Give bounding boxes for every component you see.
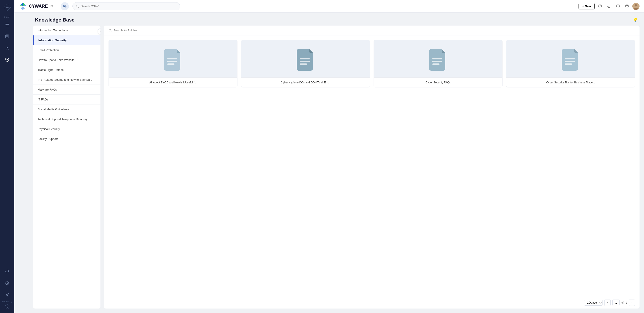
nav-item-facility[interactable]: Facility Support: [33, 134, 100, 144]
brand-name: CYWARE: [29, 4, 48, 9]
sidebar-settings-icon[interactable]: [2, 290, 12, 300]
article-card-cyber-hygiene[interactable]: Cyber Hygiene DOs and DON'Ts all Em...: [241, 40, 370, 88]
sidebar-notes-icon[interactable]: [2, 31, 12, 42]
article-card-cyber-tips[interactable]: Cyber Security Tips for Business Trave..…: [506, 40, 635, 88]
article-label: Cyber Security FAQs: [374, 77, 502, 87]
team-button[interactable]: [61, 2, 69, 10]
svg-line-36: [111, 31, 112, 32]
svg-point-21: [64, 5, 65, 6]
svg-rect-43: [432, 58, 442, 60]
new-button[interactable]: + New: [578, 3, 595, 10]
total-pages: 1: [626, 301, 627, 304]
svg-rect-46: [565, 58, 575, 60]
global-search[interactable]: [72, 2, 180, 10]
svg-point-33: [635, 4, 637, 6]
powered-by-label: Powered By: [2, 301, 12, 303]
articles-search-input[interactable]: [114, 29, 635, 32]
svg-rect-41: [300, 61, 310, 62]
article-icon-area: [374, 40, 502, 77]
info-icon-btn[interactable]: [614, 3, 622, 10]
nav-item-fake-website[interactable]: How to Spot a Fake Website: [33, 55, 100, 65]
doc-icon: [297, 49, 314, 71]
pagination-bar: 10/page ‹ 1 of 1 ›: [104, 297, 640, 308]
sidebar: CSAP CSAP ☰ Powered By CW: [0, 0, 14, 313]
sidebar-menu-icon[interactable]: ☰: [2, 19, 12, 30]
svg-point-31: [627, 7, 627, 7]
doc-icon: [429, 49, 447, 71]
nav-item-tech-support[interactable]: Technical Support Telephone Directory: [33, 114, 100, 124]
articles-search-icon: [108, 29, 112, 32]
topnav: CYWARETM + New: [14, 0, 644, 12]
page-title: Knowledge Base: [35, 17, 74, 23]
svg-marker-20: [21, 6, 25, 10]
nav-item-info-sec[interactable]: Information Security: [33, 36, 100, 45]
svg-rect-45: [432, 64, 440, 65]
csap-logo-icon: CSAP: [3, 3, 11, 11]
nav-item-info-tech[interactable]: Information Technology: [33, 26, 100, 36]
nav-item-physical-sec[interactable]: Physical Security: [33, 124, 100, 134]
article-icon-area: [506, 40, 635, 77]
new-icon: +: [582, 4, 584, 8]
svg-text:CW: CW: [6, 306, 8, 308]
sidebar-shield-icon[interactable]: [2, 54, 12, 65]
svg-rect-42: [300, 64, 307, 65]
page-header: Knowledge Base 💡: [29, 12, 644, 26]
svg-line-24: [78, 7, 79, 8]
svg-rect-48: [565, 64, 572, 65]
svg-rect-39: [167, 64, 174, 65]
bulb-icon: 💡: [633, 18, 638, 22]
nav-item-social-media[interactable]: Social Media Guidelines: [33, 104, 100, 114]
search-icon: [76, 5, 79, 8]
sidebar-app-label: CSAP: [4, 14, 10, 19]
articles-search-bar[interactable]: [104, 26, 640, 36]
refresh-icon-btn[interactable]: [596, 3, 604, 10]
svg-marker-7: [8, 271, 9, 272]
sidebar-clock-icon[interactable]: [2, 278, 12, 288]
moon-icon-btn[interactable]: [606, 3, 612, 10]
svg-text:CSAP: CSAP: [5, 6, 10, 8]
right-articles-panel: All About BYOD and How is it Useful f...: [104, 26, 640, 308]
article-label: All About BYOD and How is it Useful f...: [109, 77, 237, 87]
article-label: Cyber Hygiene DOs and DON'Ts all Em...: [241, 77, 370, 87]
cyware-logo-icon: [19, 2, 27, 10]
help-icon-btn[interactable]: [623, 3, 630, 10]
left-nav-panel: « Information Technology Information Sec…: [33, 26, 100, 308]
svg-rect-47: [565, 61, 575, 62]
article-label: Cyber Security Tips for Business Trave..…: [506, 77, 635, 87]
doc-icon: [164, 49, 182, 71]
nav-item-malware[interactable]: Malware FAQs: [33, 85, 100, 94]
svg-rect-38: [167, 61, 177, 62]
nav-item-it-faqs[interactable]: IT FAQs: [33, 94, 100, 104]
current-page: 1: [612, 300, 620, 306]
page-of-label: of: [621, 301, 624, 304]
article-card-byod[interactable]: All About BYOD and How is it Useful f...: [108, 40, 238, 88]
sidebar-feed-icon[interactable]: [2, 42, 12, 53]
main-content: Knowledge Base 💡 « Information Technolog…: [29, 12, 644, 313]
sidebar-logo: CSAP: [0, 0, 14, 14]
doc-icon: [562, 49, 580, 71]
user-avatar[interactable]: [632, 3, 640, 10]
next-page-button[interactable]: ›: [629, 300, 635, 306]
powered-by-logo: CW: [4, 304, 11, 311]
svg-point-22: [65, 5, 66, 6]
per-page-select[interactable]: 10/page: [584, 300, 602, 306]
nav-item-email-prot[interactable]: Email Protection: [33, 45, 100, 55]
sidebar-refresh-icon[interactable]: [2, 266, 12, 277]
svg-line-11: [7, 283, 8, 284]
page-body: « Information Technology Information Sec…: [29, 26, 644, 313]
svg-rect-40: [300, 58, 310, 60]
brand-area: CYWARETM: [19, 2, 53, 10]
nav-item-traffic-light[interactable]: Traffic Light Protocol: [33, 65, 100, 75]
new-label: New: [585, 4, 591, 8]
sidebar-bottom: Powered By CW: [0, 266, 14, 313]
prev-page-button[interactable]: ‹: [604, 300, 610, 306]
global-search-input[interactable]: [81, 4, 177, 8]
article-card-cyber-faqs[interactable]: Cyber Security FAQs: [374, 40, 502, 88]
svg-point-12: [6, 294, 8, 296]
svg-rect-44: [432, 61, 442, 62]
svg-marker-26: [600, 6, 601, 6]
articles-grid: All About BYOD and How is it Useful f...: [104, 36, 640, 297]
article-icon-area: [109, 40, 237, 77]
nav-item-irs-scams[interactable]: IRS-Related Scams and How to Stay Safe: [33, 75, 100, 85]
brand-tm: TM: [50, 5, 53, 8]
